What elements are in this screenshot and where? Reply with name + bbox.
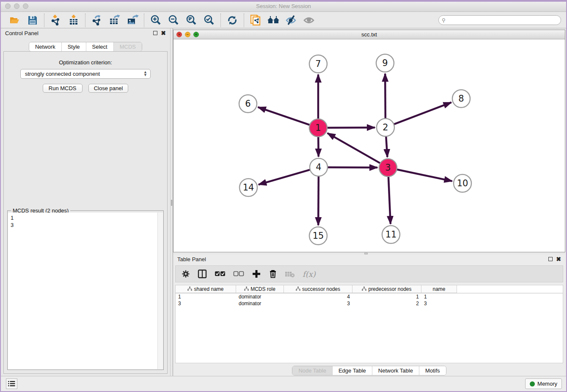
zoom-fit-icon[interactable] <box>184 14 198 27</box>
tab-motifs[interactable]: Motifs <box>419 366 446 375</box>
export-image-icon[interactable] <box>125 14 140 27</box>
table-cell[interactable]: 3 <box>421 300 457 307</box>
refresh-layout-icon[interactable] <box>225 14 239 27</box>
delete-column-icon[interactable] <box>269 269 277 279</box>
column-header-name[interactable]: name <box>421 285 457 293</box>
window-titlebar[interactable]: Session: New Session <box>1 2 566 12</box>
zoom-in-icon[interactable] <box>149 14 163 27</box>
close-panel-button[interactable]: Close panel <box>88 84 129 93</box>
splitter-grip[interactable] <box>171 200 172 206</box>
svg-text:9: 9 <box>382 58 388 68</box>
edge-2-8[interactable] <box>394 102 451 124</box>
table-cell[interactable]: 3 <box>284 300 352 307</box>
table-cell[interactable]: 1 <box>352 293 421 300</box>
unselect-all-columns-icon[interactable] <box>233 271 244 277</box>
network-canvas[interactable]: 7968124314101511 <box>173 39 565 252</box>
svg-text:3: 3 <box>385 163 391 173</box>
apply-function-icon[interactable]: f(x) <box>303 270 316 279</box>
graph-node-7[interactable]: 7 <box>309 55 327 73</box>
run-mcds-button[interactable]: Run MCDS <box>43 84 83 93</box>
mcds-result-textarea[interactable]: 13 <box>8 213 163 369</box>
graph-node-3[interactable]: 3 <box>379 159 397 177</box>
float-panel-icon[interactable] <box>153 31 157 35</box>
memory-status-dot <box>530 381 535 386</box>
edge-1-4[interactable] <box>318 137 319 157</box>
column-header-successor-nodes[interactable]: successor nodes <box>284 285 352 293</box>
edge-2-3[interactable] <box>386 136 387 157</box>
edge-3-1[interactable] <box>328 133 380 163</box>
result-scrollbar[interactable] <box>157 213 163 369</box>
tab-edge-table[interactable]: Edge Table <box>333 366 372 375</box>
hide-selected-icon[interactable] <box>284 14 298 27</box>
table-cell[interactable]: 3 <box>176 300 236 307</box>
table-row[interactable]: 1dominator411 <box>176 293 563 300</box>
close-panel-icon[interactable]: ✖ <box>161 31 166 35</box>
panel-splitter-vertical[interactable] <box>170 28 173 376</box>
graph-node-8[interactable]: 8 <box>452 90 470 108</box>
tab-network-table[interactable]: Network Table <box>372 366 419 375</box>
optimization-criterion-dropdown[interactable]: strongly connected component ▲▼ <box>20 69 151 79</box>
graph-node-10[interactable]: 10 <box>454 174 471 192</box>
panel-layout-icon[interactable] <box>198 269 207 279</box>
export-table-icon[interactable] <box>107 14 122 27</box>
edge-4-3[interactable] <box>328 167 377 168</box>
save-session-icon[interactable] <box>25 14 40 27</box>
network-window-titlebar[interactable]: × − + scc.txt <box>173 30 565 39</box>
table-cell[interactable]: 1 <box>176 293 236 300</box>
float-panel-icon[interactable] <box>548 257 553 261</box>
first-neighbors-icon[interactable] <box>266 14 281 27</box>
graph-node-11[interactable]: 11 <box>382 226 400 243</box>
export-network-icon[interactable] <box>90 14 104 27</box>
column-header-predecessor-nodes[interactable]: predecessor nodes <box>352 285 421 293</box>
add-column-icon[interactable] <box>252 269 261 279</box>
zoom-selected-icon[interactable] <box>202 14 216 27</box>
graph-node-1[interactable]: 1 <box>309 119 327 137</box>
close-panel-icon[interactable]: ✖ <box>556 257 561 261</box>
tab-select[interactable]: Select <box>86 42 114 51</box>
edge-2-9[interactable] <box>385 74 385 119</box>
control-panel-header: Control Panel ✖ <box>1 28 170 38</box>
clone-network-icon[interactable] <box>248 14 263 27</box>
graph-node-2[interactable]: 2 <box>377 119 394 136</box>
search-container: ⚲ <box>438 15 561 25</box>
edge-1-2[interactable] <box>327 127 375 128</box>
graph-node-15[interactable]: 15 <box>309 227 327 245</box>
tab-node-table[interactable]: Node Table <box>292 366 333 375</box>
edge-3-10[interactable] <box>397 169 452 181</box>
edge-4-14[interactable] <box>259 170 310 185</box>
edge-3-11[interactable] <box>388 177 391 224</box>
show-all-icon[interactable] <box>302 14 316 27</box>
edge-1-6[interactable] <box>258 107 310 125</box>
column-header-shared-name[interactable]: shared name <box>176 285 236 293</box>
open-file-icon[interactable] <box>8 14 22 27</box>
zoom-out-icon[interactable] <box>166 14 181 27</box>
table-cell[interactable]: dominator <box>236 293 284 300</box>
network-graph[interactable]: 7968124314101511 <box>173 39 565 252</box>
delete-table-icon[interactable] <box>285 270 295 278</box>
select-all-columns-icon[interactable] <box>215 271 226 277</box>
table-cell[interactable]: 4 <box>284 293 352 300</box>
import-table-icon[interactable] <box>66 14 81 27</box>
graph-node-9[interactable]: 9 <box>376 54 394 72</box>
graph-node-14[interactable]: 14 <box>239 179 257 196</box>
memory-button[interactable]: Memory <box>525 378 562 389</box>
svg-text:14: 14 <box>243 182 254 193</box>
search-input[interactable] <box>438 15 561 25</box>
column-header-MCDS-role[interactable]: MCDS role <box>236 285 284 293</box>
tab-style[interactable]: Style <box>62 42 86 51</box>
table-cell[interactable]: 2 <box>352 300 421 307</box>
graph-node-4[interactable]: 4 <box>310 158 328 176</box>
graph-node-6[interactable]: 6 <box>239 95 257 113</box>
mcds-result-groupbox: MCDS result (2 nodes) 13 <box>7 210 164 370</box>
edge-4-15[interactable] <box>318 176 319 225</box>
table-cell[interactable]: 1 <box>421 293 457 300</box>
tab-network[interactable]: Network <box>29 42 62 51</box>
table-settings-icon[interactable] <box>182 270 190 278</box>
table-row[interactable]: 3dominator323 <box>176 300 563 307</box>
task-history-button[interactable] <box>6 378 17 389</box>
optimization-criterion-label: Optimization criterion: <box>4 59 167 66</box>
import-network-icon[interactable] <box>49 14 63 27</box>
tab-mcds[interactable]: MCDS <box>114 42 142 51</box>
table-panel-header: Table Panel ✖ <box>173 254 565 264</box>
table-cell[interactable]: dominator <box>236 300 284 307</box>
